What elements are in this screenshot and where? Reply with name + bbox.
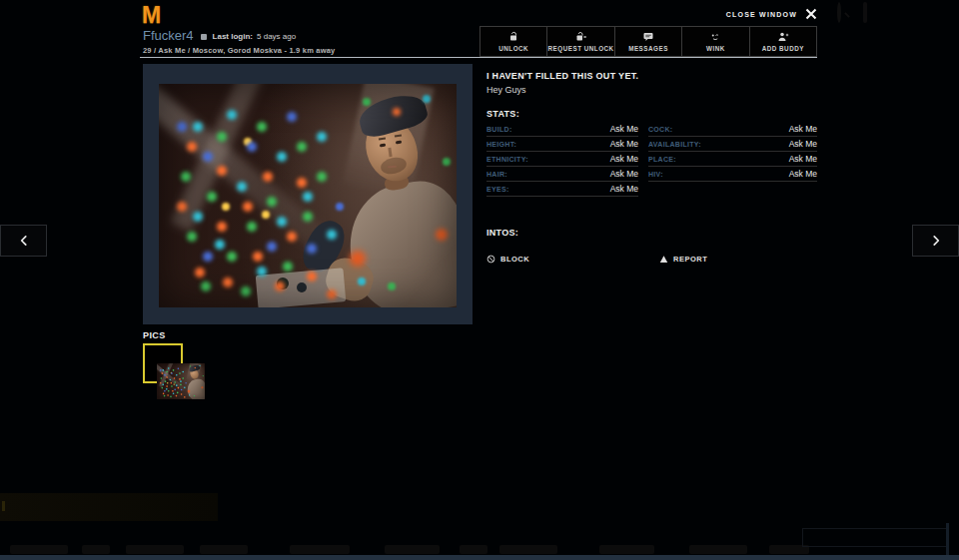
stat-label: HIV: — [648, 171, 663, 178]
dimmed-background-button — [802, 528, 947, 547]
table-papers — [256, 268, 347, 307]
messages-label: MESSAGES — [628, 45, 668, 52]
app-logo[interactable]: M — [142, 2, 160, 29]
profile-overlay: M CLOSE WINDOW Ffucker4 Last login:5 day… — [0, 0, 959, 560]
unlock-button[interactable]: UNLOCK — [480, 27, 546, 56]
dimmed-text — [599, 545, 654, 554]
person-eye — [396, 141, 402, 144]
app-logo-letter: M — [142, 2, 160, 28]
light-streak — [159, 84, 338, 259]
dimmed-text — [290, 545, 350, 554]
bottle — [277, 278, 289, 289]
previous-profile-button[interactable] — [0, 225, 47, 257]
next-profile-button[interactable] — [912, 225, 959, 257]
add-buddy-button[interactable]: ADD BUDDY — [749, 27, 816, 56]
person-brow — [379, 138, 386, 141]
header-divider — [140, 57, 817, 58]
person-neck — [384, 174, 410, 192]
report-button[interactable]: REPORT — [659, 255, 707, 264]
dimmed-text — [82, 545, 110, 554]
report-label: REPORT — [673, 255, 707, 264]
profile-photo-panel — [143, 64, 473, 324]
username: Ffucker4 — [143, 28, 194, 43]
messages-icon — [641, 31, 655, 43]
dimmed-text — [689, 545, 747, 554]
wink-icon — [708, 31, 722, 43]
stat-value: Ask Me — [610, 139, 638, 149]
stat-row-height: HEIGHT: Ask Me — [486, 137, 638, 152]
moderation-row: BLOCK REPORT — [486, 255, 817, 267]
dimmed-text — [200, 545, 248, 554]
messages-button[interactable]: MESSAGES — [614, 27, 681, 56]
pic-thumbnail[interactable] — [143, 343, 183, 383]
add-buddy-label: ADD BUDDY — [762, 45, 804, 52]
pics-title: PICS — [143, 330, 166, 340]
about-headline: I HAVEN'T FILLED THIS OUT YET. — [486, 71, 817, 81]
photo-scene — [159, 84, 457, 307]
request-unlock-button[interactable]: REQUEST UNLOCK — [546, 27, 613, 56]
person-eye — [380, 144, 386, 147]
stat-label: HAIR: — [486, 171, 507, 178]
disco-lights — [159, 84, 165, 90]
wink-button[interactable]: WINK — [681, 27, 748, 56]
block-button[interactable]: BLOCK — [486, 255, 529, 264]
unlock-label: UNLOCK — [498, 45, 528, 52]
person-nose — [388, 148, 392, 157]
person-hand — [322, 254, 378, 305]
dimmed-text — [460, 545, 487, 554]
dimmed-background-icons — [837, 4, 904, 19]
about-body: Hey Guys — [486, 85, 817, 95]
add-buddy-icon — [776, 31, 790, 43]
person-beard — [380, 155, 409, 176]
chevron-left-icon — [17, 234, 31, 248]
stat-label: ETHNICITY: — [486, 156, 528, 163]
profile-details-column: I HAVEN'T FILLED THIS OUT YET. Hey Guys … — [486, 64, 817, 267]
dimmed-text — [499, 545, 557, 554]
close-window-button[interactable]: CLOSE WINDOW — [726, 6, 817, 22]
person-bandana — [356, 89, 431, 140]
person-sleeve — [296, 215, 351, 279]
profile-photo[interactable] — [159, 84, 457, 307]
action-bar: UNLOCK REQUEST UNLOCK MESSAGES — [480, 26, 817, 57]
person-mouth — [388, 166, 397, 169]
bottle — [297, 282, 307, 292]
stat-row-hair: HAIR: Ask Me — [486, 167, 638, 182]
stat-label: BUILD: — [486, 126, 512, 133]
unlock-icon — [507, 31, 520, 43]
stat-row-eyes: EYES: Ask Me — [486, 182, 638, 197]
user-details: 29 / Ask Me / Moscow, Gorod Moskva - 1.9… — [143, 46, 480, 55]
stat-value: Ask Me — [789, 124, 817, 134]
grid-icon — [889, 4, 904, 19]
stats-grid: BUILD: Ask Me HEIGHT: Ask Me ETHNICITY: … — [486, 122, 817, 197]
chevron-right-icon — [929, 234, 943, 248]
person-face — [360, 113, 424, 187]
status-indicator-icon — [201, 34, 207, 40]
bottom-bar — [0, 555, 959, 560]
filter-icon — [863, 4, 878, 19]
dimmed-edge — [946, 523, 949, 555]
stat-value: Ask Me — [610, 184, 638, 194]
wink-label: WINK — [706, 45, 725, 52]
stat-value: Ask Me — [610, 169, 638, 179]
stat-value: Ask Me — [789, 139, 817, 149]
user-info: Ffucker4 Last login:5 days ago 29 / Ask … — [140, 26, 480, 57]
person-brow — [395, 135, 402, 138]
stat-label: HEIGHT: — [486, 141, 516, 148]
block-icon — [486, 255, 495, 264]
request-unlock-label: REQUEST UNLOCK — [548, 45, 614, 52]
stat-value: Ask Me — [789, 169, 817, 179]
dimmed-text — [385, 545, 440, 554]
last-login-label: Last login: — [213, 32, 253, 41]
close-icon — [805, 8, 817, 20]
last-login-value: 5 days ago — [257, 32, 296, 41]
stat-label: AVAILABILITY: — [648, 141, 701, 148]
stat-row-build: BUILD: Ask Me — [486, 122, 638, 137]
stat-row-cock: COCK: Ask Me — [648, 122, 817, 137]
stat-row-ethnicity: ETHNICITY: Ask Me — [486, 152, 638, 167]
stat-row-place: PLACE: Ask Me — [648, 152, 817, 167]
stat-row-hiv: HIV: Ask Me — [648, 167, 817, 182]
window-light — [343, 84, 435, 198]
stat-label: COCK: — [648, 126, 672, 133]
search-icon — [837, 4, 852, 19]
intos-title: INTOS: — [486, 228, 817, 238]
